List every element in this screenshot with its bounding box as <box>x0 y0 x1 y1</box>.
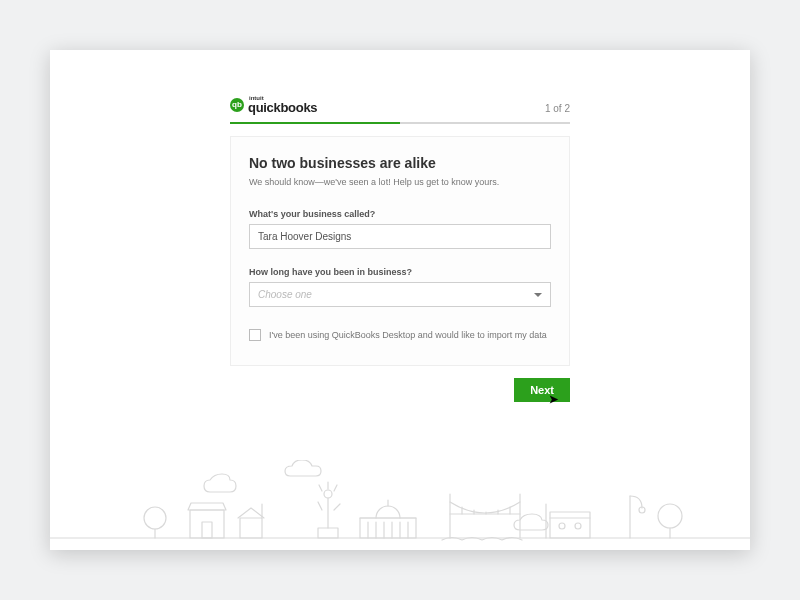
svg-line-11 <box>334 504 340 510</box>
import-data-checkbox-row: I've been using QuickBooks Desktop and w… <box>249 329 551 341</box>
svg-point-9 <box>324 490 332 498</box>
svg-line-10 <box>318 502 322 510</box>
select-placeholder: Choose one <box>258 289 312 300</box>
quickbooks-badge-icon: qb <box>230 98 244 112</box>
action-row: Next ➤ <box>50 366 750 402</box>
progress-bar <box>230 122 570 124</box>
svg-point-31 <box>559 523 565 529</box>
svg-rect-5 <box>240 518 262 538</box>
cityscape-illustration <box>50 460 750 550</box>
business-name-label: What's your business called? <box>249 209 551 219</box>
step-indicator: 1 of 2 <box>545 103 570 114</box>
business-duration-label: How long have you been in business? <box>249 267 551 277</box>
header: qb intuit quickbooks 1 of 2 <box>50 50 750 122</box>
svg-rect-7 <box>318 528 338 538</box>
svg-point-35 <box>658 504 682 528</box>
svg-rect-28 <box>550 512 590 538</box>
business-duration-select[interactable]: Choose one <box>249 282 551 307</box>
next-button[interactable]: Next ➤ <box>514 378 570 402</box>
form-card: No two businesses are alike We should kn… <box>230 136 570 366</box>
import-data-label: I've been using QuickBooks Desktop and w… <box>269 330 547 340</box>
svg-rect-3 <box>190 510 224 538</box>
onboarding-window: qb intuit quickbooks 1 of 2 No two busin… <box>50 50 750 550</box>
import-data-checkbox[interactable] <box>249 329 261 341</box>
chevron-down-icon <box>534 293 542 297</box>
brand-logo: qb intuit quickbooks <box>230 95 317 114</box>
svg-point-32 <box>575 523 581 529</box>
business-name-input[interactable] <box>249 224 551 249</box>
svg-point-1 <box>144 507 166 529</box>
progress-fill <box>230 122 400 124</box>
quickbooks-wordmark: quickbooks <box>248 101 317 114</box>
form-heading: No two businesses are alike <box>249 155 551 171</box>
form-subheading: We should know—we've seen a lot! Help us… <box>249 177 551 187</box>
svg-rect-4 <box>202 522 212 538</box>
